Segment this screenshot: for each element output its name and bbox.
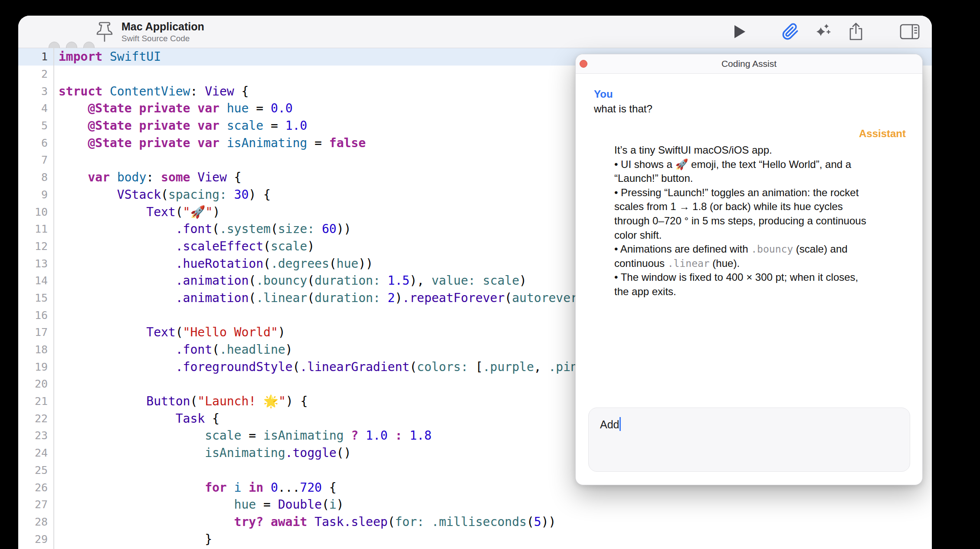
code-text: .hueRotation(.degrees(hue)) <box>53 256 373 271</box>
code-text: @State private var hue = 0.0 <box>53 101 293 115</box>
code-line[interactable]: 28 try? await Task.sleep(for: .milliseco… <box>18 513 932 531</box>
sidebar-toggle-button[interactable] <box>898 16 922 48</box>
code-text: VStack(spacing: 30) { <box>53 187 271 202</box>
code-text: isAnimating.toggle() <box>53 446 351 460</box>
code-text: .scaleEffect(scale) <box>53 239 315 253</box>
assistant-message: It’s a tiny SwiftUI macOS/iOS app. • UI … <box>614 143 907 299</box>
chat-input-value: Add <box>600 418 619 431</box>
code-text: try? await Task.sleep(for: .milliseconds… <box>53 515 556 529</box>
line-number: 18 <box>18 343 53 356</box>
paperclip-attach-button[interactable] <box>778 16 803 48</box>
line-number: 5 <box>18 119 53 132</box>
coding-assist-panel: Coding Assist You what is that? Assistan… <box>575 54 923 485</box>
line-number: 13 <box>18 257 53 270</box>
code-text: scale = isAnimating ? 1.0 : 1.8 <box>53 428 432 443</box>
pin-icon[interactable] <box>95 21 114 43</box>
line-number: 22 <box>18 412 53 425</box>
close-panel-button[interactable] <box>580 60 587 68</box>
line-number: 4 <box>18 102 53 115</box>
code-line[interactable]: 29 } <box>18 530 932 548</box>
line-number: 12 <box>18 240 53 253</box>
code-text: .font(.system(size: 60)) <box>53 222 351 236</box>
line-number: 27 <box>18 498 53 511</box>
line-number: 14 <box>18 274 53 287</box>
line-number: 26 <box>18 481 53 494</box>
code-text: Text("🚀") <box>53 205 220 219</box>
sparkles-ai-button[interactable] <box>810 16 835 48</box>
code-text: Text("Hello World") <box>53 325 285 339</box>
code-text: struct ContentView: View { <box>53 84 249 99</box>
chat-area: You what is that? Assistant It’s a tiny … <box>576 88 922 299</box>
line-number: 17 <box>18 326 53 339</box>
chat-input[interactable]: Add <box>588 408 910 472</box>
panel-title: Coding Assist <box>576 54 922 73</box>
code-text: } <box>53 532 212 546</box>
code-text: import SwiftUI <box>53 49 161 64</box>
line-number: 24 <box>18 447 53 459</box>
assistant-role-label: Assistant <box>594 128 906 140</box>
line-number: 10 <box>18 206 53 218</box>
code-text: hue = Double(i) <box>53 497 344 512</box>
window-title-block: Mac Application Swift Source Code <box>121 20 204 43</box>
line-number: 6 <box>18 137 53 149</box>
line-number: 2 <box>18 68 53 80</box>
window-title: Mac Application <box>121 20 204 33</box>
line-number: 1 <box>18 50 53 63</box>
code-text: .animation(.bouncy(duration: 1.5), value… <box>53 273 527 288</box>
code-text: for i in 0...720 { <box>53 480 337 495</box>
user-role-label: You <box>594 88 906 100</box>
share-icon[interactable] <box>844 16 868 48</box>
line-number: 9 <box>18 188 53 201</box>
line-number: 20 <box>18 378 53 390</box>
line-number: 28 <box>18 516 53 528</box>
line-number: 7 <box>18 154 53 166</box>
line-number: 25 <box>18 464 53 477</box>
line-number: 3 <box>18 85 53 98</box>
line-number: 29 <box>18 533 53 546</box>
text-cursor <box>619 417 621 431</box>
line-number: 11 <box>18 223 53 235</box>
titlebar: Mac Application Swift Source Code <box>18 16 932 48</box>
code-text: Task { <box>53 411 220 426</box>
line-number: 15 <box>18 292 53 304</box>
code-text: @State private var scale = 1.0 <box>53 118 307 133</box>
coding-assist-header[interactable]: Coding Assist <box>576 54 922 74</box>
code-text: Button("Launch! 🌟") { <box>53 394 308 408</box>
line-number: 8 <box>18 171 53 184</box>
line-number: 16 <box>18 309 53 322</box>
code-line[interactable]: 27 hue = Double(i) <box>18 496 932 513</box>
code-text: var body: some View { <box>53 170 241 184</box>
code-text: .font(.headline) <box>53 342 292 357</box>
code-text: @State private var isAnimating = false <box>53 136 366 150</box>
window-subtitle: Swift Source Code <box>121 34 204 43</box>
user-message: what is that? <box>594 102 906 115</box>
line-number: 23 <box>18 429 53 442</box>
run-button[interactable] <box>728 16 752 48</box>
gutter-separator <box>53 48 54 549</box>
line-number: 19 <box>18 361 53 373</box>
line-number: 21 <box>18 395 53 408</box>
